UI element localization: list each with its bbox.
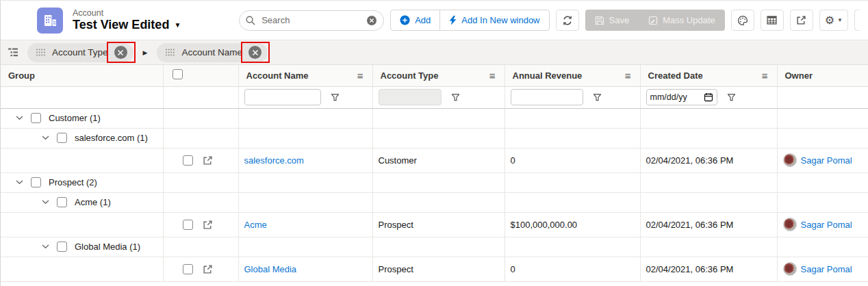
account-type-value: Prospect bbox=[379, 220, 413, 230]
palette-icon bbox=[737, 15, 748, 26]
add-in-new-window-button[interactable]: Add In New window bbox=[439, 10, 548, 30]
search-icon bbox=[246, 16, 255, 25]
created-date-value: 02/04/2021, 06:36 PM bbox=[646, 220, 734, 230]
owner-link[interactable]: Sagar Pomal bbox=[801, 264, 852, 274]
open-record-icon[interactable] bbox=[203, 155, 213, 166]
table-row: Global Media (1) bbox=[1, 237, 868, 257]
group-checkbox[interactable] bbox=[57, 197, 67, 207]
drag-handle-icon[interactable] bbox=[165, 49, 175, 56]
group-checkbox[interactable] bbox=[57, 133, 67, 143]
group-chip-label: Account Name bbox=[181, 47, 242, 57]
add-button-label: Add bbox=[415, 15, 431, 25]
table-row: salesforce.com Customer 0 02/04/2021, 06… bbox=[1, 148, 868, 172]
annual-revenue-value: $100,000,000.00 bbox=[511, 220, 578, 230]
owner-link[interactable]: Sagar Pomal bbox=[801, 220, 852, 230]
plus-circle-icon bbox=[400, 15, 410, 25]
group-label: Acme (1) bbox=[75, 197, 111, 207]
search-input[interactable] bbox=[260, 14, 361, 26]
title-block: Account Test View Edited ▼ bbox=[37, 8, 181, 34]
filter-funnel-icon[interactable] bbox=[331, 93, 340, 102]
account-name-link[interactable]: Acme bbox=[244, 220, 267, 230]
group-chip-label: Account Type bbox=[52, 47, 108, 57]
add-button[interactable]: Add bbox=[391, 10, 439, 30]
table-row: Global Media Prospect 0 02/04/2021, 06:3… bbox=[1, 257, 868, 281]
table-view-button[interactable] bbox=[761, 10, 784, 31]
theme-button[interactable] bbox=[731, 10, 754, 31]
filter-funnel-icon[interactable] bbox=[451, 93, 460, 102]
column-menu-icon[interactable]: ≡ bbox=[357, 70, 363, 81]
chevron-down-icon[interactable] bbox=[16, 180, 23, 185]
avatar bbox=[783, 153, 797, 167]
search-box bbox=[239, 10, 384, 31]
chevron-down-icon[interactable] bbox=[42, 135, 49, 140]
filter-input-annual-revenue[interactable] bbox=[511, 89, 583, 105]
save-icon bbox=[595, 16, 604, 25]
mass-update-icon bbox=[648, 16, 658, 25]
group-order-arrow-icon: ▶ bbox=[143, 49, 148, 56]
column-menu-icon[interactable]: ≡ bbox=[762, 70, 768, 81]
account-type-value: Prospect bbox=[379, 264, 413, 274]
owner-link[interactable]: Sagar Pomal bbox=[801, 155, 852, 166]
remove-group-icon[interactable] bbox=[248, 46, 261, 59]
created-date-value: 02/04/2021, 06:36 PM bbox=[646, 264, 734, 274]
account-grid: Group Account Name≡ Account Type≡ Annual… bbox=[1, 65, 868, 282]
account-name-link[interactable]: Global Media bbox=[244, 264, 297, 274]
grouping-tree-icon[interactable] bbox=[8, 47, 18, 57]
mass-update-button-label: Mass Update bbox=[663, 15, 715, 25]
header-row: Group Account Name≡ Account Type≡ Annual… bbox=[1, 65, 868, 86]
settings-button[interactable]: ⚙ ▼ bbox=[819, 10, 848, 31]
group-checkbox[interactable] bbox=[31, 113, 41, 123]
chevron-down-icon[interactable] bbox=[42, 200, 49, 205]
view-selector-caret-icon[interactable]: ▼ bbox=[174, 21, 181, 29]
filter-row: mm/dd/yy bbox=[1, 86, 868, 108]
cutoff-button[interactable] bbox=[854, 10, 860, 31]
group-label: Customer (1) bbox=[49, 113, 101, 123]
remove-group-icon[interactable] bbox=[114, 46, 127, 59]
search-clear-icon[interactable] bbox=[366, 15, 377, 26]
save-button-label: Save bbox=[609, 15, 630, 25]
toolbar: Add Add In New window bbox=[239, 10, 860, 31]
table-icon bbox=[767, 15, 777, 25]
open-record-icon[interactable] bbox=[203, 220, 213, 230]
table-row: Acme Prospect $100,000,000.00 02/04/2021… bbox=[1, 212, 868, 237]
column-menu-icon[interactable]: ≡ bbox=[625, 70, 631, 81]
filter-date-input[interactable]: mm/dd/yy bbox=[646, 89, 717, 105]
chevron-down-icon[interactable] bbox=[16, 116, 23, 120]
save-button[interactable]: Save bbox=[585, 15, 639, 25]
filter-input-account-type bbox=[379, 89, 442, 105]
add-in-new-window-label: Add In New window bbox=[461, 15, 539, 25]
filter-input-account-name[interactable] bbox=[244, 89, 321, 105]
external-link-icon bbox=[796, 15, 806, 25]
object-label: Account bbox=[73, 8, 181, 18]
refresh-button[interactable] bbox=[556, 10, 579, 31]
chevron-down-icon[interactable] bbox=[42, 244, 49, 249]
mass-update-button[interactable]: Mass Update bbox=[639, 15, 725, 25]
row-checkbox[interactable] bbox=[183, 220, 193, 230]
select-all-checkbox[interactable] bbox=[173, 69, 183, 79]
group-chip-account-type[interactable]: Account Type bbox=[27, 43, 133, 62]
group-label: salesforce.com (1) bbox=[75, 133, 148, 143]
column-header-account-name: Account Name bbox=[246, 70, 309, 81]
group-label: Global Media (1) bbox=[75, 242, 140, 252]
avatar bbox=[783, 218, 797, 231]
filter-funnel-icon[interactable] bbox=[727, 93, 736, 102]
drag-handle-icon[interactable] bbox=[36, 49, 46, 56]
column-header-annual-revenue: Annual Revenue bbox=[513, 70, 583, 81]
refresh-icon bbox=[562, 15, 573, 26]
account-name-link[interactable]: salesforce.com bbox=[244, 155, 304, 166]
open-record-icon[interactable] bbox=[203, 264, 213, 274]
row-checkbox[interactable] bbox=[183, 264, 193, 274]
created-date-value: 02/04/2021, 06:36 PM bbox=[646, 155, 734, 166]
group-checkbox[interactable] bbox=[31, 177, 41, 187]
filter-funnel-icon[interactable] bbox=[593, 93, 602, 102]
group-checkbox[interactable] bbox=[57, 242, 67, 252]
calendar-icon[interactable] bbox=[704, 92, 713, 102]
open-in-new-window-button[interactable] bbox=[790, 10, 813, 31]
column-menu-icon[interactable]: ≡ bbox=[489, 70, 496, 81]
column-header-account-type: Account Type bbox=[381, 70, 439, 81]
group-chip-account-name[interactable]: Account Name bbox=[157, 43, 268, 62]
account-type-value: Customer bbox=[379, 155, 417, 166]
row-checkbox[interactable] bbox=[183, 155, 193, 166]
column-header-created-date: Created Date bbox=[648, 70, 703, 81]
column-header-group: Group bbox=[8, 70, 35, 81]
